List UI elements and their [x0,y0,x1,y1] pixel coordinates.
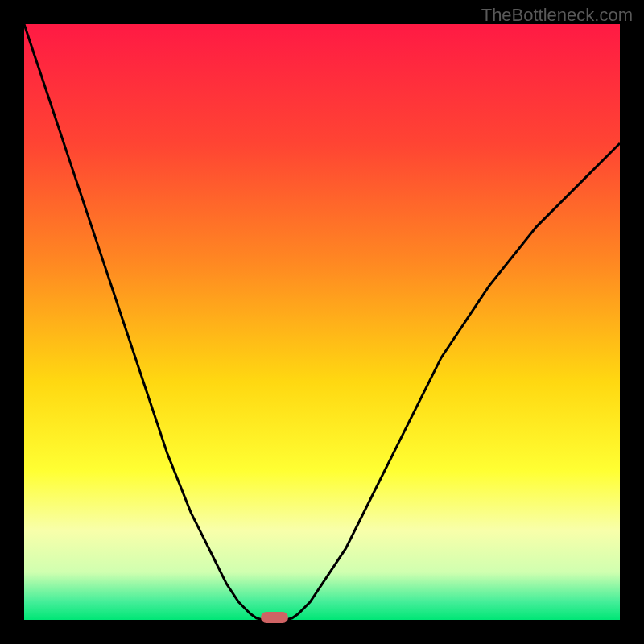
watermark-text: TheBottleneck.com [481,5,633,26]
right-curve-path [287,143,620,620]
curve-layer [24,24,620,620]
left-curve-path [24,24,262,620]
trough-marker [261,612,288,623]
chart-area [24,24,620,620]
